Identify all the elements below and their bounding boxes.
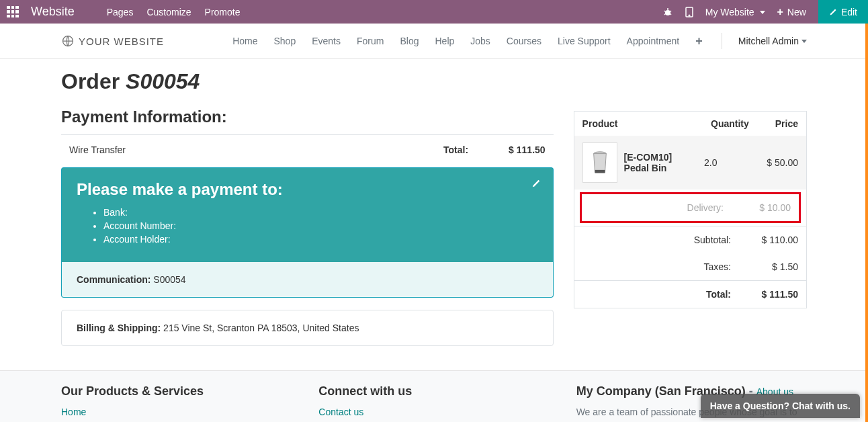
footer-link-home[interactable]: Home xyxy=(61,407,86,417)
payment-total-label: Total: xyxy=(443,144,468,155)
subnav-bar: YOUR WEBSITE Home Shop Events Forum Blog… xyxy=(0,24,868,59)
top-bar: Website Pages Customize Promote My Websi… xyxy=(0,0,868,24)
top-menu-customize[interactable]: Customize xyxy=(146,7,191,17)
my-website-menu[interactable]: My Website xyxy=(705,7,765,17)
svg-point-0 xyxy=(665,10,670,15)
col-quantity: Quantity xyxy=(711,118,758,129)
globe-icon xyxy=(61,34,75,48)
apps-icon[interactable] xyxy=(7,6,19,18)
subtotal-value: $ 110.00 xyxy=(744,235,798,245)
mobile-icon[interactable] xyxy=(685,7,693,17)
subtotal-label: Subtotal: xyxy=(582,235,744,245)
total-label: Total: xyxy=(582,289,744,300)
product-qty: 2.0 xyxy=(704,157,744,168)
plus-icon xyxy=(777,6,783,18)
bank-field: Bank: xyxy=(103,207,538,218)
svg-rect-10 xyxy=(595,170,605,173)
nav-courses[interactable]: Courses xyxy=(507,36,541,46)
my-website-label: My Website xyxy=(705,7,754,17)
svg-line-4 xyxy=(664,13,666,15)
topbar-right: My Website New Edit xyxy=(662,0,861,24)
topbar-left: Website Pages Customize Promote xyxy=(7,5,240,19)
logo-text: YOUR WEBSITE xyxy=(79,36,164,47)
svg-line-3 xyxy=(670,11,671,12)
pedal-bin-icon xyxy=(591,150,609,175)
delivery-highlight: Delivery: $ 10.00 xyxy=(580,192,801,223)
communication-label: Communication: xyxy=(77,274,150,285)
nav-live-support[interactable]: Live Support xyxy=(558,36,611,46)
footer-col1-heading: Our Products & Services xyxy=(61,384,292,398)
nav-appointment[interactable]: Appointment xyxy=(627,36,680,46)
product-name: [E-COM10] Pedal Bin xyxy=(624,152,697,173)
top-menu-pages[interactable]: Pages xyxy=(107,7,134,17)
user-menu[interactable]: Mitchell Admin xyxy=(738,36,807,46)
payment-total-value: $ 111.50 xyxy=(509,144,546,155)
order-number: S00054 xyxy=(126,69,200,93)
nav-events[interactable]: Events xyxy=(312,36,341,46)
order-line-item: [E-COM10] Pedal Bin 2.0 $ 50.00 xyxy=(574,136,806,189)
chat-label: Have a Question? Chat with us. xyxy=(710,400,851,411)
user-name: Mitchell Admin xyxy=(738,36,799,46)
bug-icon[interactable] xyxy=(662,7,673,17)
product-thumbnail xyxy=(582,142,617,183)
delivery-label: Delivery: xyxy=(590,202,737,213)
svg-line-2 xyxy=(664,11,666,12)
col-price: Price xyxy=(758,118,798,129)
chevron-down-icon xyxy=(760,11,765,14)
taxes-label: Taxes: xyxy=(582,261,744,272)
divider xyxy=(722,33,722,49)
address-value: 215 Vine St, Scranton PA 18503, United S… xyxy=(163,323,359,333)
nav-jobs[interactable]: Jobs xyxy=(470,36,490,46)
product-price: $ 50.00 xyxy=(751,157,798,168)
instruction-list: Bank: Account Number: Account Holder: xyxy=(77,207,538,245)
pencil-icon xyxy=(829,8,837,16)
main-column: Payment Information: Wire Transfer Total… xyxy=(61,108,554,346)
footer-col-connect: Connect with us Contact us xyxy=(318,384,549,417)
pencil-icon xyxy=(531,179,541,188)
communication-box: Communication: S00054 xyxy=(61,262,554,298)
chat-widget[interactable]: Have a Question? Chat with us. xyxy=(701,394,860,418)
payment-method: Wire Transfer xyxy=(69,144,443,155)
delivery-value: $ 10.00 xyxy=(737,202,791,213)
footer-link-contact[interactable]: Contact us xyxy=(318,407,363,417)
nav-shop[interactable]: Shop xyxy=(273,36,296,46)
svg-point-7 xyxy=(689,15,690,16)
total-value: $ 111.50 xyxy=(744,289,798,300)
brand-label[interactable]: Website xyxy=(31,5,75,19)
col-product: Product xyxy=(582,118,711,129)
address-label: Billing & Shipping: xyxy=(77,323,161,333)
site-logo[interactable]: YOUR WEBSITE xyxy=(61,34,164,48)
top-menu: Pages Customize Promote xyxy=(107,7,241,17)
page-title: Order S00054 xyxy=(61,69,807,94)
footer-col2-heading: Connect with us xyxy=(318,384,549,398)
edit-instructions-button[interactable] xyxy=(531,179,541,188)
nav-forum[interactable]: Forum xyxy=(357,36,384,46)
taxes-value: $ 1.50 xyxy=(744,261,798,272)
nav-blog[interactable]: Blog xyxy=(400,36,419,46)
new-button[interactable]: New xyxy=(777,6,806,18)
edit-button[interactable]: Edit xyxy=(818,0,868,24)
svg-line-5 xyxy=(670,13,671,15)
new-label: New xyxy=(787,7,806,17)
address-box: Billing & Shipping: 215 Vine St, Scranto… xyxy=(61,310,554,346)
delivery-row: Delivery: $ 10.00 xyxy=(582,194,799,221)
chevron-down-icon xyxy=(801,40,807,43)
communication-value: S00054 xyxy=(153,274,185,285)
subtotal-row: Subtotal: $ 110.00 xyxy=(574,226,806,253)
summary-header: Product Quantity Price xyxy=(574,112,806,136)
account-holder-field: Account Holder: xyxy=(103,234,538,245)
total-row: Total: $ 111.50 xyxy=(574,280,806,308)
add-menu-icon[interactable]: + xyxy=(695,34,703,48)
top-menu-promote[interactable]: Promote xyxy=(205,7,241,17)
edit-label: Edit xyxy=(841,7,857,17)
instructions-title: Please make a payment to: xyxy=(77,180,538,199)
payment-row: Wire Transfer Total: $ 111.50 xyxy=(61,144,554,155)
order-summary-table: Product Quantity Price [E-COM10] Pedal B… xyxy=(574,111,807,308)
subnav-menu: Home Shop Events Forum Blog Help Jobs Co… xyxy=(232,33,807,49)
taxes-row: Taxes: $ 1.50 xyxy=(574,253,806,280)
payment-heading: Payment Information: xyxy=(61,108,554,135)
side-column: Product Quantity Price [E-COM10] Pedal B… xyxy=(574,108,807,346)
nav-help[interactable]: Help xyxy=(435,36,454,46)
nav-home[interactable]: Home xyxy=(232,36,257,46)
order-prefix: Order xyxy=(61,69,126,93)
